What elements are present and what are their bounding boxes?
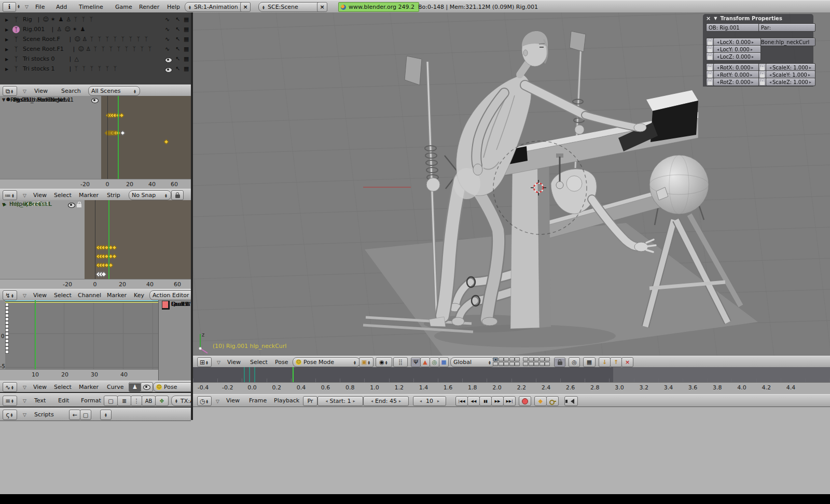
outliner-row[interactable]: ▶ᛉRig.001|♙☺✶♟∿↖▦ <box>0 25 191 35</box>
restrict-cursor-icon[interactable]: ↖ <box>175 46 180 52</box>
ipo-menu-select[interactable]: Select <box>54 381 72 393</box>
datablock-bone-icon[interactable]: ᛉ <box>145 36 148 43</box>
orientation-dropdown[interactable]: Global <box>450 357 495 367</box>
datablock-bone-icon[interactable]: ᛉ <box>148 46 151 52</box>
proportional-edit-button[interactable]: ◎ <box>569 357 580 367</box>
ob-name-field[interactable]: OB: Rig.001 <box>706 23 761 32</box>
manipulator-scale-toggle[interactable]: ■ <box>439 357 449 367</box>
datablock-bone-icon[interactable]: ᛉ <box>106 36 109 43</box>
action-menu-channel[interactable]: Channel <box>78 289 101 301</box>
manipulator-button[interactable]: ⣿ <box>393 357 408 367</box>
datablock-bone-icon[interactable]: ᛉ <box>125 46 128 52</box>
action-menu-view[interactable]: View <box>33 289 47 301</box>
datablock-lamp-icon[interactable]: △ <box>75 55 79 62</box>
bone-name-field[interactable]: Bone:hlp_neckCurl <box>758 38 815 46</box>
datablock-bone-icon[interactable]: ᛉ <box>109 46 113 52</box>
curve-key-point[interactable] <box>5 325 9 328</box>
expander-icon[interactable]: ▶ <box>5 47 8 52</box>
record-button[interactable] <box>519 396 531 406</box>
datablock-bone-icon[interactable]: ᛉ <box>75 65 78 72</box>
outliner-scene-filter[interactable]: All Scenes <box>88 86 140 96</box>
ipo-channel-item[interactable]: QuatW <box>159 325 191 333</box>
layer-toggle[interactable] <box>534 357 539 361</box>
action-mode-dropdown[interactable]: Action Editor <box>149 290 191 300</box>
mode-dropdown[interactable]: ☺ Pose Mode <box>293 357 360 367</box>
ipo-menu-view[interactable]: View <box>33 381 47 393</box>
curve-key-point[interactable] <box>5 306 9 310</box>
curve-key-point[interactable] <box>5 346 9 350</box>
line-wrap-toggle[interactable]: ≣ <box>117 396 131 406</box>
datablock-bone-icon[interactable]: ᛉ <box>114 36 117 43</box>
datablock-bone-icon[interactable]: ᛉ <box>140 46 144 52</box>
outliner-menu-view[interactable]: View <box>34 85 48 96</box>
pulldown-icon[interactable]: ▽ <box>23 193 26 198</box>
ipo-channel-item[interactable]: LocZ <box>159 317 191 325</box>
app-icon[interactable]: i <box>3 2 16 12</box>
datablock-bone-icon[interactable]: ᛉ <box>121 36 125 43</box>
pulldown-icon[interactable]: ▽ <box>216 399 219 404</box>
current-frame-line[interactable] <box>293 367 294 382</box>
curve-key-point[interactable] <box>5 314 9 317</box>
curve-key-point[interactable] <box>5 332 9 335</box>
preview-range-button[interactable]: Pr <box>303 396 317 406</box>
nla-timeline-scale[interactable]: -200204060 <box>0 179 191 189</box>
restrict-image-icon[interactable]: ▦ <box>184 65 189 72</box>
header-collapse-icon[interactable] <box>17 4 21 8</box>
timeline-track[interactable] <box>193 367 830 382</box>
layer-toggle[interactable] <box>523 362 528 366</box>
layer-toggle[interactable] <box>515 357 520 361</box>
object-name[interactable]: Tri stocks 0 <box>23 55 55 62</box>
ipo-type-dropdown[interactable]: ☺ Pose <box>153 382 197 392</box>
ipo-channel-item[interactable]: QuatX <box>159 333 191 342</box>
pose-paste-button[interactable]: ↑ <box>610 357 622 367</box>
layer-toggle[interactable] <box>540 362 545 366</box>
restrict-curve-icon[interactable]: ∿ <box>165 36 170 43</box>
datablock-bone-icon[interactable]: ᛉ <box>81 16 85 23</box>
outliner-row[interactable]: ▶ᛉScene Root.F1|☺♙ᛉᛉᛉᛉᛉᛉᛉᛉ∿↖▦ <box>0 45 191 54</box>
layer-toggle[interactable] <box>504 357 509 361</box>
restrict-curve-icon[interactable]: ∿ <box>165 16 170 23</box>
datablock-bone-icon[interactable]: ᛉ <box>74 16 77 23</box>
ipo-pin-toggle[interactable] <box>141 382 153 392</box>
datablock-bone-icon[interactable]: ᛉ <box>132 46 136 52</box>
datablock-face-icon[interactable]: ☺ <box>75 36 80 43</box>
restrict-image-icon[interactable]: ▦ <box>184 55 189 62</box>
pulldown-icon[interactable]: ▽ <box>23 293 26 298</box>
current-frame-line[interactable] <box>118 96 119 179</box>
editor-type-button[interactable]: ≔ <box>3 190 17 200</box>
menu-timeline[interactable]: Timeline <box>79 1 103 13</box>
datablock-bone-icon[interactable]: ᛉ <box>101 46 105 52</box>
restrict-image-icon[interactable]: ▦ <box>184 46 189 52</box>
restrict-image-icon[interactable]: ▦ <box>184 16 189 23</box>
transform-properties-panel[interactable]: × ▼ Transform Properties OB: Rig.001 Par… <box>703 14 813 87</box>
datablock-bone-icon[interactable]: ᛉ <box>90 36 94 43</box>
datablock-pose-icon[interactable]: ♟ <box>58 16 63 23</box>
lock-icon[interactable] <box>77 204 81 207</box>
datablock-bone-icon[interactable]: ᛉ <box>82 65 86 72</box>
ipo-channel-item[interactable]: QuatZ <box>159 350 191 358</box>
datablock-bone-icon[interactable]: ᛉ <box>114 65 117 72</box>
expander-icon[interactable]: ▶ <box>5 67 8 72</box>
object-name[interactable]: Tri stocks 1 <box>23 65 55 72</box>
layer-toggle[interactable] <box>493 357 498 361</box>
scripts-menu-label[interactable]: Scripts <box>34 408 54 421</box>
pulldown-icon[interactable]: ▽ <box>23 89 26 94</box>
current-frame-line[interactable] <box>108 200 109 279</box>
outliner-row[interactable]: ▶ᛉTri stocks 1|ᛉᛉᛉᛉᛉᛉ↖▦ <box>0 65 191 74</box>
outliner-row[interactable]: ▶ᛉTri stocks 0|△↖▦ <box>0 55 191 64</box>
scene-selector[interactable]: SCE:Scene <box>258 2 323 12</box>
pulldown-icon[interactable]: ▽ <box>23 385 26 390</box>
text-menu-text[interactable]: Text <box>34 394 46 407</box>
nla-menu-select[interactable]: Select <box>54 189 72 201</box>
layer-toggle[interactable] <box>540 357 545 361</box>
manipulator-rotate-toggle[interactable]: ◎ <box>430 357 439 367</box>
layer-toggle[interactable] <box>509 362 515 366</box>
curve-key-point[interactable] <box>5 328 9 332</box>
layer-toggle[interactable] <box>509 357 515 361</box>
jump-to-end-button[interactable]: ▶▶| <box>503 396 516 406</box>
ipo-channel-item[interactable]: QuatY <box>159 342 191 350</box>
restrict-view-icon[interactable] <box>165 67 172 73</box>
curve-key-point[interactable] <box>5 303 9 306</box>
layer-toggle[interactable] <box>499 362 504 366</box>
current-frame-line[interactable] <box>35 300 36 369</box>
